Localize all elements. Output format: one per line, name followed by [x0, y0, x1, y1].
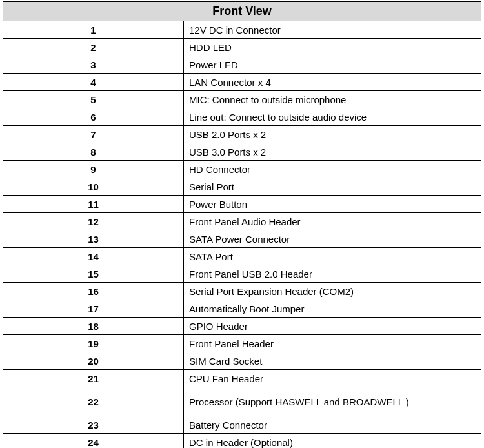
- row-description: 12V DC in Connector: [184, 21, 481, 39]
- table-row: 19 Front Panel Header: [3, 335, 481, 352]
- row-number: 4: [3, 74, 184, 91]
- row-description: CPU Fan Header: [184, 370, 481, 387]
- row-number: 18: [3, 318, 184, 335]
- row-number: 12: [3, 213, 184, 230]
- row-number: 9: [3, 161, 184, 178]
- table-row: 20 SIM Card Socket: [3, 352, 481, 370]
- table-title: Front View: [3, 2, 481, 21]
- table-row: 9 HD Connector: [3, 161, 481, 178]
- table-row: 4 LAN Connector x 4: [3, 74, 481, 91]
- table-row: 15 Front Panel USB 2.0 Header: [3, 265, 481, 283]
- table-row: 18 GPIO Header: [3, 318, 481, 335]
- row-number: 2: [3, 39, 184, 56]
- table-row: 11 Power Button: [3, 196, 481, 213]
- table-row: 16 Serial Port Expansion Header (COM2): [3, 283, 481, 300]
- row-number: 5: [3, 91, 184, 108]
- table-row: 23 Battery Connector: [3, 416, 481, 434]
- row-description: USB 3.0 Ports x 2: [184, 143, 481, 161]
- row-number: 24: [3, 434, 184, 449]
- table-row: 17 Automatically Boot Jumper: [3, 300, 481, 318]
- row-description: Front Panel Audio Header: [184, 213, 481, 230]
- table-row: 12 Front Panel Audio Header: [3, 213, 481, 230]
- row-number: 20: [3, 352, 184, 370]
- table-row: 13 SATA Power Connector: [3, 230, 481, 248]
- table-row: 8 USB 3.0 Ports x 2: [3, 143, 481, 161]
- row-number: 10: [3, 178, 184, 196]
- row-description: USB 2.0 Ports x 2: [184, 126, 481, 143]
- table-row: 22 Processor (Support HASWELL and BROADW…: [3, 387, 481, 416]
- row-description: SATA Power Connector: [184, 230, 481, 248]
- front-view-table-container: Front View 1 12V DC in Connector 2 HDD L…: [3, 1, 481, 448]
- row-number: 1: [3, 21, 184, 39]
- row-number: 11: [3, 196, 184, 213]
- table-row: 10 Serial Port: [3, 178, 481, 196]
- row-description: Front Panel USB 2.0 Header: [184, 265, 481, 283]
- table-row: 3 Power LED: [3, 56, 481, 74]
- table-row: 5 MIC: Connect to outside microphone: [3, 91, 481, 108]
- row-description: Power LED: [184, 56, 481, 74]
- table-row: 6 Line out: Connect to outside audio dev…: [3, 108, 481, 126]
- row-description: HD Connector: [184, 161, 481, 178]
- table-row: 2 HDD LED: [3, 39, 481, 56]
- table-body: 1 12V DC in Connector 2 HDD LED 3 Power …: [3, 21, 481, 449]
- table-row: 21 CPU Fan Header: [3, 370, 481, 387]
- row-number: 6: [3, 108, 184, 126]
- table-row: 7 USB 2.0 Ports x 2: [3, 126, 481, 143]
- row-description: Serial Port Expansion Header (COM2): [184, 283, 481, 300]
- row-description: MIC: Connect to outside microphone: [184, 91, 481, 108]
- row-description: HDD LED: [184, 39, 481, 56]
- row-number: 17: [3, 300, 184, 318]
- row-number: 21: [3, 370, 184, 387]
- row-number: 19: [3, 335, 184, 352]
- row-number: 13: [3, 230, 184, 248]
- row-number: 14: [3, 248, 184, 265]
- row-description: Line out: Connect to outside audio devic…: [184, 108, 481, 126]
- row-description: SATA Port: [184, 248, 481, 265]
- row-description: Front Panel Header: [184, 335, 481, 352]
- row-description: Automatically Boot Jumper: [184, 300, 481, 318]
- row-description: Battery Connector: [184, 416, 481, 434]
- row-number: 7: [3, 126, 184, 143]
- row-description: LAN Connector x 4: [184, 74, 481, 91]
- row-number: 16: [3, 283, 184, 300]
- table-row: 14 SATA Port: [3, 248, 481, 265]
- row-number: 23: [3, 416, 184, 434]
- row-description: Processor (Support HASWELL and BROADWELL…: [184, 387, 481, 416]
- row-number: 3: [3, 56, 184, 74]
- row-description: GPIO Header: [184, 318, 481, 335]
- row-description: SIM Card Socket: [184, 352, 481, 370]
- row-description: Power Button: [184, 196, 481, 213]
- table-row: 24 DC in Header (Optional): [3, 434, 481, 449]
- table-row: 1 12V DC in Connector: [3, 21, 481, 39]
- row-description: DC in Header (Optional): [184, 434, 481, 449]
- front-view-table: Front View 1 12V DC in Connector 2 HDD L…: [3, 1, 481, 448]
- row-number: 8: [3, 143, 184, 161]
- row-number: 22: [3, 387, 184, 416]
- row-number: 15: [3, 265, 184, 283]
- row-description: Serial Port: [184, 178, 481, 196]
